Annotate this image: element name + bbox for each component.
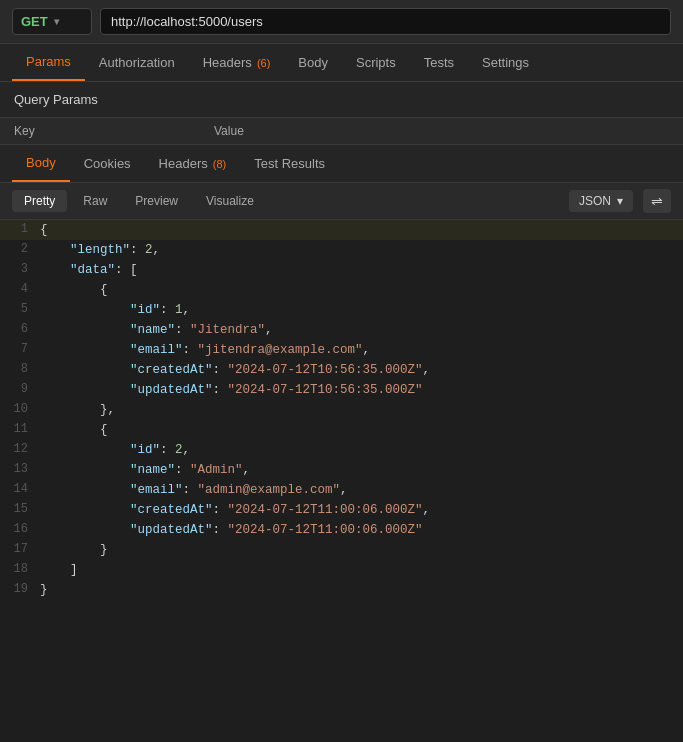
line-number: 6 bbox=[0, 320, 40, 339]
chevron-down-icon: ▾ bbox=[54, 16, 59, 27]
line-number: 15 bbox=[0, 500, 40, 519]
line-number: 3 bbox=[0, 260, 40, 279]
view-btn-pretty[interactable]: Pretty bbox=[12, 190, 67, 212]
json-line: 17 } bbox=[0, 540, 683, 560]
json-line: 9 "updatedAt": "2024-07-12T10:56:35.000Z… bbox=[0, 380, 683, 400]
json-line: 12 "id": 2, bbox=[0, 440, 683, 460]
format-select[interactable]: JSON ▾ bbox=[569, 190, 633, 212]
line-number: 13 bbox=[0, 460, 40, 479]
request-tabs: Params Authorization Headers (6) Body Sc… bbox=[0, 44, 683, 82]
json-line: 15 "createdAt": "2024-07-12T11:00:06.000… bbox=[0, 500, 683, 520]
tab-scripts[interactable]: Scripts bbox=[342, 45, 410, 80]
tab-params[interactable]: Params bbox=[12, 44, 85, 81]
json-line: 11 { bbox=[0, 420, 683, 440]
response-tab-body[interactable]: Body bbox=[12, 145, 70, 182]
response-tab-headers[interactable]: Headers (8) bbox=[145, 146, 241, 181]
response-tab-testresults[interactable]: Test Results bbox=[240, 146, 339, 181]
response-tab-cookies[interactable]: Cookies bbox=[70, 146, 145, 181]
tab-authorization[interactable]: Authorization bbox=[85, 45, 189, 80]
json-line: 13 "name": "Admin", bbox=[0, 460, 683, 480]
url-input[interactable] bbox=[100, 8, 671, 35]
view-btn-raw[interactable]: Raw bbox=[71, 190, 119, 212]
query-params-section: Query Params bbox=[0, 82, 683, 118]
json-line: 6 "name": "Jitendra", bbox=[0, 320, 683, 340]
col-key-header: Key bbox=[14, 124, 214, 138]
line-number: 19 bbox=[0, 580, 40, 599]
json-line: 7 "email": "jitendra@example.com", bbox=[0, 340, 683, 360]
json-line: 8 "createdAt": "2024-07-12T10:56:35.000Z… bbox=[0, 360, 683, 380]
format-chevron-icon: ▾ bbox=[617, 194, 623, 208]
response-tabs: Body Cookies Headers (8) Test Results bbox=[0, 145, 683, 183]
line-number: 5 bbox=[0, 300, 40, 319]
wrap-button[interactable]: ⇌ bbox=[643, 189, 671, 213]
json-body: 1 { 2 "length": 2, 3 "data": [ 4 { 5 "id… bbox=[0, 220, 683, 600]
line-number: 17 bbox=[0, 540, 40, 559]
view-btn-visualize[interactable]: Visualize bbox=[194, 190, 266, 212]
view-controls: Pretty Raw Preview Visualize JSON ▾ ⇌ bbox=[0, 183, 683, 220]
method-select[interactable]: GET ▾ bbox=[12, 8, 92, 35]
tab-tests[interactable]: Tests bbox=[410, 45, 468, 80]
line-number: 9 bbox=[0, 380, 40, 399]
response-headers-badge: (8) bbox=[210, 158, 227, 170]
headers-badge: (6) bbox=[254, 57, 271, 69]
json-line: 16 "updatedAt": "2024-07-12T11:00:06.000… bbox=[0, 520, 683, 540]
line-number: 8 bbox=[0, 360, 40, 379]
tab-body[interactable]: Body bbox=[284, 45, 342, 80]
line-number: 7 bbox=[0, 340, 40, 359]
line-number: 18 bbox=[0, 560, 40, 579]
json-line: 5 "id": 1, bbox=[0, 300, 683, 320]
json-line: 14 "email": "admin@example.com", bbox=[0, 480, 683, 500]
tab-headers[interactable]: Headers (6) bbox=[189, 45, 285, 80]
view-btn-preview[interactable]: Preview bbox=[123, 190, 190, 212]
line-number: 1 bbox=[0, 220, 40, 239]
line-number: 10 bbox=[0, 400, 40, 419]
line-number: 11 bbox=[0, 420, 40, 439]
json-line: 4 { bbox=[0, 280, 683, 300]
line-number: 4 bbox=[0, 280, 40, 299]
line-number: 12 bbox=[0, 440, 40, 459]
method-label: GET bbox=[21, 14, 48, 29]
col-value-header: Value bbox=[214, 124, 669, 138]
format-label: JSON bbox=[579, 194, 611, 208]
query-params-title: Query Params bbox=[14, 92, 98, 107]
json-line: 18 ] bbox=[0, 560, 683, 580]
tab-settings[interactable]: Settings bbox=[468, 45, 543, 80]
table-header: Key Value bbox=[0, 118, 683, 145]
json-line: 10 }, bbox=[0, 400, 683, 420]
json-line: 3 "data": [ bbox=[0, 260, 683, 280]
line-number: 14 bbox=[0, 480, 40, 499]
json-line: 19 } bbox=[0, 580, 683, 600]
url-bar: GET ▾ bbox=[0, 0, 683, 44]
line-number: 2 bbox=[0, 240, 40, 259]
line-number: 16 bbox=[0, 520, 40, 539]
json-line: 1 { bbox=[0, 220, 683, 240]
json-line: 2 "length": 2, bbox=[0, 240, 683, 260]
